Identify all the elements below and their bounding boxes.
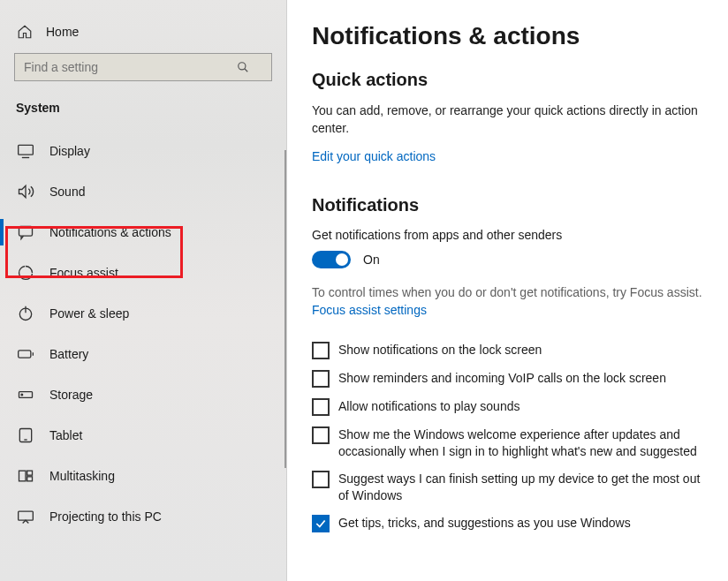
sound-icon [16,182,35,201]
svg-rect-16 [27,477,33,481]
checkbox-label: Get tips, tricks, and suggestions as you… [338,515,631,532]
sidebar-section-title: System [0,81,286,131]
checkbox-icon [312,426,330,444]
battery-icon [16,344,35,364]
focus-assist-settings-link[interactable]: Focus assist settings [312,302,427,320]
notifications-icon [16,223,35,242]
sidebar-item-power-sleep[interactable]: Power & sleep [0,293,286,334]
focus-icon [16,263,35,283]
main-content: Notifications & actions Quick actions Yo… [287,0,728,581]
notifications-toggle[interactable] [312,251,351,268]
sidebar-item-label: Storage [49,388,93,402]
focus-assist-hint-text: To control times when you do or don't ge… [312,285,702,299]
search-input[interactable] [14,53,272,81]
tablet-icon [16,426,35,445]
sidebar-item-focus-assist[interactable]: Focus assist [0,253,286,293]
sidebar-item-label: Display [49,144,90,158]
page-title: Notifications & actions [312,22,703,50]
sidebar-item-projecting[interactable]: Projecting to this PC [0,496,286,537]
quick-actions-description: You can add, remove, or rearrange your q… [312,102,701,137]
sidebar-item-label: Sound [49,185,85,199]
sidebar-scrollbar[interactable] [284,150,286,468]
notifications-heading: Notifications [312,195,703,215]
sidebar-item-sound[interactable]: Sound [0,171,286,212]
sidebar-item-display[interactable]: Display [0,131,286,171]
checkbox-icon [312,471,330,488]
checkbox-icon [312,342,330,359]
svg-rect-15 [27,471,33,475]
storage-icon [16,385,35,404]
checkbox-lock-screen-notifications[interactable]: Show notifications on the lock screen [312,342,703,359]
power-icon [16,304,35,323]
sidebar-nav: Display Sound Notifications & actions Fo… [0,131,286,537]
sidebar-item-label: Power & sleep [49,306,129,321]
checkbox-icon [312,398,330,416]
quick-actions-heading: Quick actions [312,70,703,90]
checkbox-lock-screen-reminders[interactable]: Show reminders and incoming VoIP calls o… [312,370,703,388]
home-icon [16,23,34,41]
multitasking-icon [16,466,35,486]
checkbox-label: Show me the Windows welcome experience a… [338,426,703,460]
svg-rect-2 [19,145,34,155]
svg-rect-8 [19,351,31,358]
edit-quick-actions-link[interactable]: Edit your quick actions [312,149,436,163]
sidebar-item-notifications[interactable]: Notifications & actions [0,212,286,253]
sidebar-item-storage[interactable]: Storage [0,374,286,415]
checkbox-welcome-experience[interactable]: Show me the Windows welcome experience a… [312,426,703,460]
notifications-toggle-label: Get notifications from apps and other se… [312,228,703,242]
sidebar-item-label: Projecting to this PC [49,509,162,524]
sidebar-item-label: Focus assist [49,266,118,280]
svg-marker-4 [19,185,27,197]
svg-rect-17 [19,511,34,520]
checkbox-icon [312,370,330,388]
checkbox-label: Show reminders and incoming VoIP calls o… [338,370,666,387]
svg-rect-14 [19,471,27,481]
checkbox-label: Show notifications on the lock screen [338,342,542,358]
sidebar-item-multitasking[interactable]: Multitasking [0,456,286,496]
checkbox-label: Suggest ways I can finish setting up my … [338,471,703,504]
sidebar: Home System Display Sound [0,0,287,581]
home-label: Home [46,25,79,39]
projecting-icon [16,507,35,526]
checkbox-play-sounds[interactable]: Allow notifications to play sounds [312,398,703,416]
sidebar-item-label: Multitasking [49,469,115,483]
checkbox-tips-tricks[interactable]: Get tips, tricks, and suggestions as you… [312,515,703,532]
checkbox-icon [312,515,330,532]
display-icon [16,141,35,161]
sidebar-item-label: Tablet [49,428,82,442]
sidebar-item-label: Notifications & actions [49,225,171,239]
svg-rect-5 [19,226,33,236]
home-nav[interactable]: Home [0,16,286,53]
sidebar-item-tablet[interactable]: Tablet [0,415,286,456]
checkbox-label: Allow notifications to play sounds [338,398,519,415]
sidebar-item-label: Battery [49,347,88,361]
checkbox-setup-suggestions[interactable]: Suggest ways I can finish setting up my … [312,471,703,504]
notification-options-list: Show notifications on the lock screen Sh… [312,342,703,532]
notifications-toggle-state: On [363,253,380,267]
svg-point-11 [21,394,23,396]
sidebar-item-battery[interactable]: Battery [0,334,286,374]
